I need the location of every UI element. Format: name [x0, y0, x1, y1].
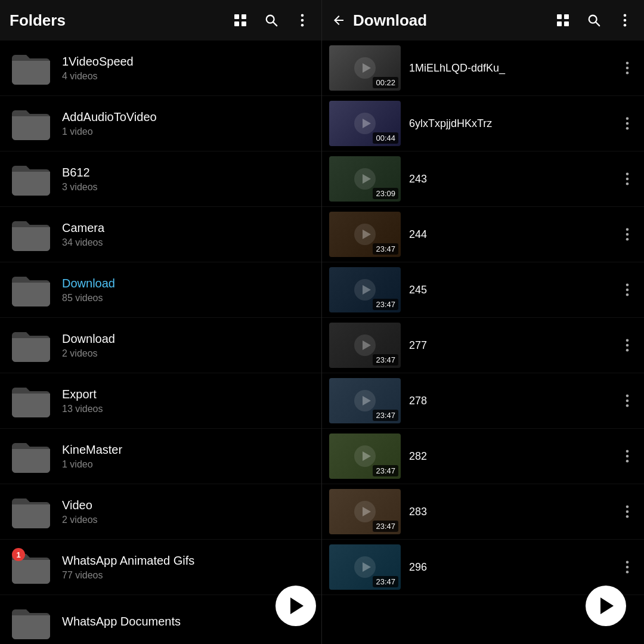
- video-duration: 23:47: [373, 465, 398, 476]
- svg-point-7: [301, 19, 304, 22]
- video-duration: 23:47: [373, 243, 398, 255]
- video-more-button[interactable]: [618, 109, 637, 138]
- video-more-button[interactable]: [618, 54, 637, 82]
- video-more-button[interactable]: [618, 275, 637, 304]
- folder-item[interactable]: Export13 videos: [0, 373, 321, 429]
- svg-rect-10: [564, 14, 569, 19]
- more-options-button-right[interactable]: [615, 11, 634, 30]
- svg-line-5: [273, 22, 277, 26]
- video-item[interactable]: 23:47 282: [322, 429, 644, 484]
- svg-point-15: [624, 14, 627, 17]
- svg-point-31: [626, 178, 629, 181]
- video-item[interactable]: 23:09 243: [322, 151, 644, 207]
- folder-item[interactable]: 1VideoSpeed4 videos: [0, 41, 321, 96]
- folder-item[interactable]: WhatsApp Documents: [0, 595, 321, 644]
- svg-point-37: [626, 238, 629, 241]
- video-item[interactable]: 23:47 244: [322, 207, 644, 262]
- folder-count: 13 videos: [62, 404, 312, 414]
- video-item[interactable]: 23:47 283: [322, 484, 644, 540]
- folder-item[interactable]: Download2 videos: [0, 318, 321, 373]
- video-item[interactable]: 23:47 278: [322, 373, 644, 429]
- left-panel-title: Folders: [10, 11, 231, 30]
- folder-item[interactable]: 1WhatsApp Animated Gifs77 videos: [0, 540, 321, 595]
- back-button[interactable]: [332, 13, 346, 27]
- folder-item[interactable]: AddAudioToVideo1 video: [0, 96, 321, 151]
- video-duration: 23:47: [373, 576, 398, 587]
- folder-count: 2 videos: [62, 515, 312, 525]
- svg-point-60: [626, 505, 629, 508]
- svg-point-42: [626, 293, 629, 296]
- folder-info: WhatsApp Documents: [62, 615, 312, 631]
- folder-icon: [10, 213, 52, 256]
- video-name: 278: [409, 395, 618, 407]
- folder-name: Video: [62, 499, 312, 512]
- svg-point-6: [301, 14, 304, 17]
- video-item[interactable]: 23:47 277: [322, 318, 644, 373]
- svg-point-67: [626, 571, 629, 574]
- play-all-button-left[interactable]: [275, 586, 316, 626]
- folder-item[interactable]: Download85 videos: [0, 262, 321, 318]
- video-item[interactable]: 00:22 1MiELhLQD-ddfKu_: [322, 41, 644, 96]
- video-name: 245: [409, 284, 618, 296]
- video-more-button[interactable]: [618, 386, 637, 415]
- folder-info: KineMaster1 video: [62, 443, 312, 470]
- video-thumbnail: 23:47: [329, 323, 401, 368]
- right-panel: Download: [322, 0, 644, 644]
- search-button-right[interactable]: [584, 11, 603, 30]
- svg-point-17: [624, 24, 627, 27]
- folder-info: B6123 videos: [62, 166, 312, 193]
- search-button-left[interactable]: [262, 11, 281, 30]
- folder-icon: [10, 379, 52, 422]
- svg-point-62: [626, 515, 629, 518]
- svg-point-52: [626, 404, 629, 407]
- svg-point-40: [626, 283, 629, 286]
- svg-point-32: [626, 182, 629, 185]
- video-thumbnail: 23:47: [329, 434, 401, 479]
- folder-item[interactable]: B6123 videos: [0, 151, 321, 207]
- folder-count: 77 videos: [62, 570, 312, 581]
- video-more-button[interactable]: [618, 165, 637, 193]
- svg-point-61: [626, 510, 629, 513]
- folder-item[interactable]: Video2 videos: [0, 484, 321, 540]
- svg-rect-1: [242, 14, 246, 19]
- svg-point-55: [626, 450, 629, 453]
- video-list-wrap: 00:22 1MiELhLQD-ddfKu_ 00:44 6ylxTxpjjdH…: [322, 41, 644, 644]
- video-more-button[interactable]: [618, 497, 637, 526]
- right-header: Download: [322, 0, 644, 41]
- play-icon-left: [290, 597, 304, 614]
- video-item[interactable]: 23:47 245: [322, 262, 644, 318]
- svg-point-65: [626, 561, 629, 564]
- video-more-button[interactable]: [618, 220, 637, 249]
- video-thumbnail: 00:44: [329, 101, 401, 146]
- video-item[interactable]: 00:44 6ylxTxpjjdHKxTrz: [322, 96, 644, 151]
- svg-point-46: [626, 344, 629, 347]
- folder-info: Camera34 videos: [62, 221, 312, 248]
- play-icon-right: [600, 597, 614, 614]
- video-more-button[interactable]: [618, 553, 637, 581]
- video-duration: 23:09: [373, 188, 398, 199]
- folder-count: 3 videos: [62, 182, 312, 193]
- grid-view-button[interactable]: [231, 11, 250, 30]
- video-more-button[interactable]: [618, 442, 637, 470]
- more-options-button-left[interactable]: [293, 11, 312, 30]
- folder-item[interactable]: Camera34 videos: [0, 207, 321, 262]
- right-panel-title: Download: [353, 11, 553, 30]
- folder-item[interactable]: KineMaster1 video: [0, 429, 321, 484]
- left-header: Folders: [0, 0, 321, 41]
- grid-view-button-right[interactable]: [553, 11, 572, 30]
- svg-point-21: [626, 67, 629, 70]
- play-all-button-right[interactable]: [586, 586, 626, 626]
- folder-info: Video2 videos: [62, 499, 312, 525]
- video-item[interactable]: 23:47 296: [322, 540, 644, 595]
- folder-info: AddAudioToVideo1 video: [62, 110, 312, 137]
- svg-point-30: [626, 172, 629, 175]
- svg-point-26: [626, 122, 629, 125]
- svg-rect-2: [234, 21, 239, 26]
- video-duration: 23:47: [373, 299, 398, 310]
- video-more-button[interactable]: [618, 331, 637, 360]
- folder-info: Export13 videos: [62, 388, 312, 414]
- folder-info: 1VideoSpeed4 videos: [62, 55, 312, 82]
- video-name: 277: [409, 339, 618, 352]
- folder-info: Download2 videos: [62, 332, 312, 359]
- svg-point-47: [626, 349, 629, 352]
